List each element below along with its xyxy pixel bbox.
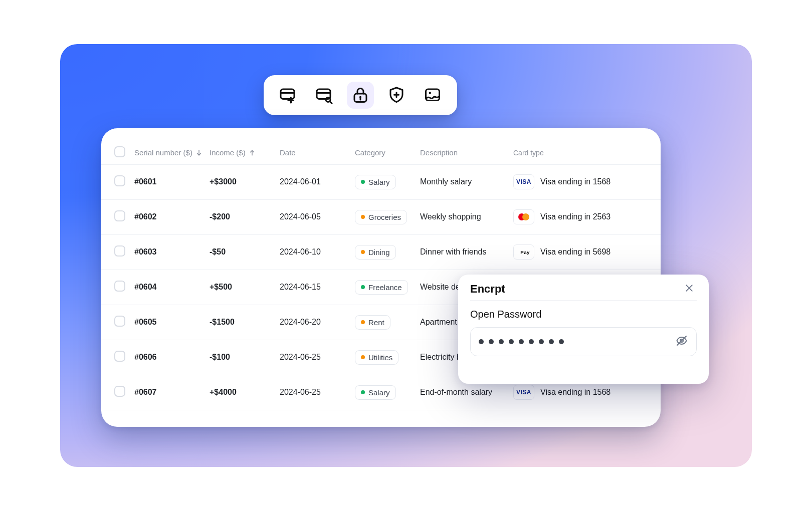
- description-cell: Weekly shopping: [417, 199, 510, 234]
- income-cell: -$100: [207, 340, 277, 375]
- date-cell: 2024-06-15: [277, 270, 352, 305]
- card-text: Visa ending in 5698: [540, 247, 611, 257]
- row-checkbox[interactable]: [114, 245, 125, 257]
- sort-asc-icon: [249, 149, 256, 156]
- column-label: Description: [420, 148, 458, 157]
- card-text: Visa ending in 2563: [540, 212, 611, 221]
- svg-text:Pay: Pay: [520, 249, 530, 255]
- category-chip: Rent: [355, 315, 390, 330]
- table-row[interactable]: #0603-$502024-06-10DiningDinner with fri…: [101, 234, 661, 270]
- category-chip: Groceries: [355, 210, 407, 224]
- date-cell: 2024-06-25: [277, 375, 352, 410]
- sort-desc-icon: [195, 149, 202, 156]
- toolbar-item-card-search[interactable]: [311, 82, 338, 109]
- column-label: Income ($): [210, 148, 246, 157]
- dot-icon: [361, 180, 365, 184]
- description-cell: Dinner with friends: [417, 234, 510, 270]
- row-checkbox[interactable]: [114, 210, 125, 221]
- row-checkbox[interactable]: [114, 316, 125, 327]
- mastercard-icon: [513, 209, 534, 224]
- app-stage: T: [60, 44, 752, 467]
- password-mask: [479, 339, 564, 344]
- close-button[interactable]: [682, 282, 697, 297]
- category-chip: Salary: [355, 385, 396, 400]
- toggle-visibility-button[interactable]: [675, 335, 688, 348]
- category-chip: Salary: [355, 175, 396, 189]
- column-label: Serial number ($): [134, 148, 192, 157]
- card-text: Visa ending in 1568: [540, 177, 611, 186]
- date-cell: 2024-06-20: [277, 305, 352, 340]
- column-header-card[interactable]: Card type: [510, 141, 661, 164]
- dot-icon: [361, 320, 365, 324]
- date-cell: 2024-06-10: [277, 234, 352, 270]
- serial-cell: #0605: [131, 305, 207, 340]
- applepay-icon: Pay: [513, 244, 534, 260]
- category-label: Salary: [368, 178, 390, 186]
- column-label: Card type: [513, 149, 544, 157]
- toolbar-item-lock[interactable]: [347, 82, 374, 109]
- row-checkbox[interactable]: [114, 386, 125, 397]
- column-header-serial[interactable]: Serial number ($): [131, 141, 207, 164]
- visa-icon: VISA: [513, 385, 534, 400]
- income-cell: -$200: [207, 199, 277, 234]
- card-search-icon: [315, 86, 333, 104]
- column-header-income[interactable]: Income ($): [207, 141, 277, 164]
- password-field[interactable]: [470, 327, 697, 356]
- category-label: Salary: [368, 388, 390, 397]
- dot-icon: [361, 355, 365, 359]
- category-label: Dining: [368, 248, 390, 257]
- income-cell: +$3000: [207, 164, 277, 199]
- column-header-category[interactable]: Category: [352, 141, 417, 164]
- category-label: Rent: [368, 318, 384, 327]
- image-swirl-icon: [424, 86, 442, 104]
- category-cell: Salary: [352, 375, 417, 410]
- date-cell: 2024-06-01: [277, 164, 352, 199]
- close-icon: [684, 283, 694, 295]
- svg-line-7: [330, 101, 332, 103]
- svg-text:T: T: [290, 98, 294, 104]
- card-text: Visa ending in 1568: [540, 388, 611, 397]
- table-row[interactable]: #0602-$2002024-06-05GroceriesWeekly shop…: [101, 199, 661, 234]
- category-chip: Freelance: [355, 280, 408, 295]
- date-cell: 2024-06-25: [277, 340, 352, 375]
- income-cell: +$500: [207, 270, 277, 305]
- column-label: Category: [355, 148, 385, 157]
- category-label: Freelance: [368, 283, 402, 292]
- category-cell: Utilities: [352, 340, 417, 375]
- dot-icon: [361, 215, 365, 219]
- toolbar-item-shield-plus[interactable]: [383, 82, 410, 109]
- category-cell: Rent: [352, 305, 417, 340]
- shield-plus-icon: [387, 86, 405, 104]
- row-checkbox[interactable]: [114, 351, 125, 362]
- select-all-checkbox[interactable]: [114, 146, 125, 157]
- category-cell: Salary: [352, 164, 417, 199]
- dot-icon: [361, 390, 365, 394]
- toolbar-item-card-topup[interactable]: T: [275, 82, 302, 109]
- serial-cell: #0602: [131, 199, 207, 234]
- row-checkbox[interactable]: [114, 175, 125, 186]
- row-checkbox[interactable]: [114, 281, 125, 292]
- visa-icon: VISA: [513, 174, 534, 189]
- password-label: Open Password: [470, 309, 697, 320]
- encrypt-popover: Encrpt Open Password: [458, 275, 709, 384]
- dot-icon: [361, 250, 365, 254]
- description-cell: Monthly salary: [417, 164, 510, 199]
- serial-cell: #0603: [131, 234, 207, 270]
- table-row[interactable]: #0601+$30002024-06-01SalaryMonthly salar…: [101, 164, 661, 199]
- lock-icon: [351, 86, 369, 104]
- toolbar: T: [264, 75, 457, 115]
- serial-cell: #0607: [131, 375, 207, 410]
- category-cell: Groceries: [352, 199, 417, 234]
- toolbar-item-image-swirl[interactable]: [419, 82, 446, 109]
- card-cell-wrap: VISAVisa ending in 1568: [510, 164, 661, 199]
- category-label: Utilities: [368, 353, 392, 362]
- svg-point-14: [429, 92, 432, 94]
- serial-cell: #0606: [131, 340, 207, 375]
- card-cell-wrap: Visa ending in 2563: [510, 199, 661, 234]
- column-header-date[interactable]: Date: [277, 141, 352, 164]
- column-header-description[interactable]: Description: [417, 141, 510, 164]
- dot-icon: [361, 285, 365, 289]
- category-cell: Freelance: [352, 270, 417, 305]
- income-cell: -$1500: [207, 305, 277, 340]
- serial-cell: #0604: [131, 270, 207, 305]
